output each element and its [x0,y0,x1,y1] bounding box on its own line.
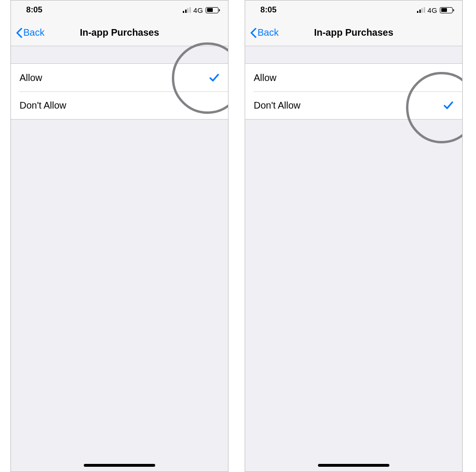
option-dont-allow[interactable]: Don't Allow [245,91,462,119]
option-allow-label: Allow [254,72,277,83]
checkmark-icon [209,72,219,83]
list-spacer [11,46,228,63]
status-bar: 8:05 4G [11,0,228,20]
network-label: 4G [193,6,203,14]
phone-screen-allow: 8:05 4G Back In-app Purchases Allow [10,0,228,472]
chevron-left-icon [250,28,257,38]
phone-screen-dont-allow: 8:05 4G Back In-app Purchases Allow [245,0,463,472]
status-right: 4G [417,6,453,14]
battery-icon [206,7,218,13]
status-time: 8:05 [26,5,42,15]
home-indicator [318,464,389,467]
options-list: Allow Don't Allow [11,63,228,120]
option-dont-allow-label: Don't Allow [20,100,66,111]
home-indicator [84,464,155,467]
status-bar: 8:05 4G [245,0,462,20]
list-spacer [245,46,462,63]
nav-bar: Back In-app Purchases [11,20,228,46]
status-time: 8:05 [260,5,277,15]
back-button[interactable]: Back [16,27,44,38]
option-allow[interactable]: Allow [245,64,462,91]
option-allow[interactable]: Allow [11,64,228,91]
chevron-left-icon [16,28,22,38]
back-button[interactable]: Back [250,27,278,38]
back-label: Back [23,27,44,38]
battery-icon [440,7,453,13]
nav-bar: Back In-app Purchases [245,20,462,46]
option-dont-allow-label: Don't Allow [254,100,300,111]
back-label: Back [258,27,278,38]
checkmark-icon [443,100,454,110]
status-right: 4G [183,6,218,14]
screenshot-pair: 8:05 4G Back In-app Purchases Allow [0,0,476,472]
network-label: 4G [427,6,437,14]
option-allow-label: Allow [20,72,42,83]
option-dont-allow[interactable]: Don't Allow [11,91,228,119]
signal-icon [183,7,191,13]
signal-icon [417,7,425,13]
options-list: Allow Don't Allow [245,63,462,120]
